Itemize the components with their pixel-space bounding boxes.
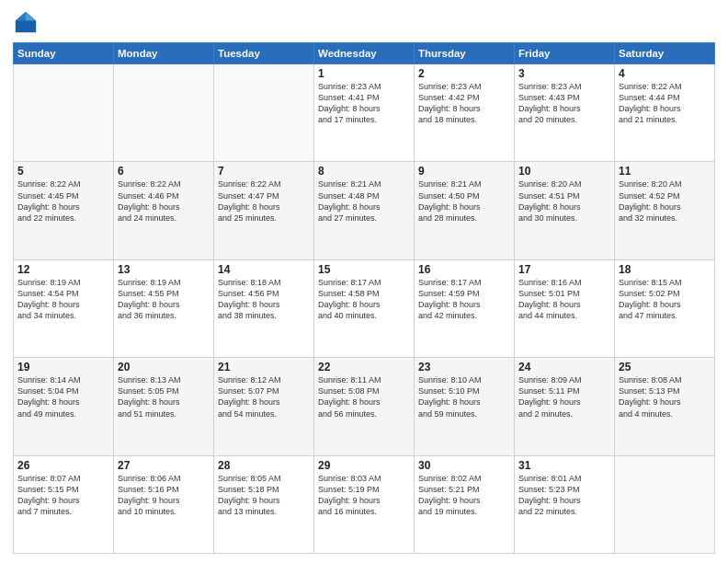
logo-icon bbox=[13, 9, 39, 35]
day-info: Sunrise: 8:22 AM Sunset: 4:45 PM Dayligh… bbox=[17, 178, 109, 224]
week-row-3: 12Sunrise: 8:19 AM Sunset: 4:54 PM Dayli… bbox=[14, 259, 715, 357]
svg-marker-1 bbox=[26, 12, 36, 21]
day-number: 6 bbox=[118, 165, 210, 178]
calendar-cell: 4Sunrise: 8:22 AM Sunset: 4:44 PM Daylig… bbox=[615, 64, 715, 162]
calendar-cell: 29Sunrise: 8:03 AM Sunset: 5:19 PM Dayli… bbox=[314, 455, 415, 553]
calendar-cell: 27Sunrise: 8:06 AM Sunset: 5:16 PM Dayli… bbox=[114, 455, 214, 553]
day-number: 2 bbox=[418, 67, 510, 80]
header bbox=[13, 9, 715, 35]
calendar-cell: 6Sunrise: 8:22 AM Sunset: 4:46 PM Daylig… bbox=[114, 162, 214, 259]
day-number: 30 bbox=[418, 459, 510, 472]
calendar-cell: 23Sunrise: 8:10 AM Sunset: 5:10 PM Dayli… bbox=[415, 358, 515, 455]
day-info: Sunrise: 8:10 AM Sunset: 5:10 PM Dayligh… bbox=[418, 374, 510, 419]
day-number: 7 bbox=[218, 165, 310, 178]
day-number: 24 bbox=[518, 361, 610, 373]
calendar-cell: 2Sunrise: 8:23 AM Sunset: 4:42 PM Daylig… bbox=[415, 64, 515, 162]
day-info: Sunrise: 8:22 AM Sunset: 4:47 PM Dayligh… bbox=[218, 178, 310, 224]
calendar-cell: 16Sunrise: 8:17 AM Sunset: 4:59 PM Dayli… bbox=[415, 259, 515, 357]
calendar-cell: 9Sunrise: 8:21 AM Sunset: 4:50 PM Daylig… bbox=[415, 162, 515, 259]
day-number: 10 bbox=[518, 165, 610, 178]
day-info: Sunrise: 8:11 AM Sunset: 5:08 PM Dayligh… bbox=[318, 374, 410, 419]
day-info: Sunrise: 8:17 AM Sunset: 4:59 PM Dayligh… bbox=[418, 277, 510, 322]
calendar-cell: 24Sunrise: 8:09 AM Sunset: 5:11 PM Dayli… bbox=[515, 358, 615, 455]
day-info: Sunrise: 8:21 AM Sunset: 4:50 PM Dayligh… bbox=[418, 178, 510, 224]
day-number: 25 bbox=[619, 361, 711, 373]
day-info: Sunrise: 8:19 AM Sunset: 4:54 PM Dayligh… bbox=[17, 277, 109, 322]
day-number: 18 bbox=[619, 263, 711, 276]
calendar-cell: 7Sunrise: 8:22 AM Sunset: 4:47 PM Daylig… bbox=[214, 162, 314, 259]
calendar-cell: 31Sunrise: 8:01 AM Sunset: 5:23 PM Dayli… bbox=[515, 455, 615, 553]
day-number: 29 bbox=[318, 459, 410, 472]
calendar-cell: 14Sunrise: 8:18 AM Sunset: 4:56 PM Dayli… bbox=[214, 259, 314, 357]
day-number: 11 bbox=[619, 165, 711, 178]
calendar-cell: 18Sunrise: 8:15 AM Sunset: 5:02 PM Dayli… bbox=[615, 259, 715, 357]
page: SundayMondayTuesdayWednesdayThursdayFrid… bbox=[0, 0, 728, 563]
week-row-1: 1Sunrise: 8:23 AM Sunset: 4:41 PM Daylig… bbox=[14, 64, 715, 162]
calendar-cell bbox=[14, 64, 114, 162]
day-number: 12 bbox=[17, 263, 109, 276]
day-number: 19 bbox=[17, 361, 109, 373]
calendar-table: SundayMondayTuesdayWednesdayThursdayFrid… bbox=[13, 42, 715, 554]
weekday-monday: Monday bbox=[114, 43, 214, 64]
day-number: 23 bbox=[418, 361, 510, 373]
day-info: Sunrise: 8:08 AM Sunset: 5:13 PM Dayligh… bbox=[619, 374, 711, 419]
weekday-sunday: Sunday bbox=[14, 43, 114, 64]
weekday-friday: Friday bbox=[515, 43, 615, 64]
calendar-cell: 5Sunrise: 8:22 AM Sunset: 4:45 PM Daylig… bbox=[14, 162, 114, 259]
svg-marker-2 bbox=[16, 12, 26, 21]
week-row-4: 19Sunrise: 8:14 AM Sunset: 5:04 PM Dayli… bbox=[14, 358, 715, 455]
day-number: 4 bbox=[619, 67, 711, 80]
day-info: Sunrise: 8:18 AM Sunset: 4:56 PM Dayligh… bbox=[218, 277, 310, 322]
calendar-cell: 30Sunrise: 8:02 AM Sunset: 5:21 PM Dayli… bbox=[415, 455, 515, 553]
calendar-cell: 12Sunrise: 8:19 AM Sunset: 4:54 PM Dayli… bbox=[14, 259, 114, 357]
day-info: Sunrise: 8:05 AM Sunset: 5:18 PM Dayligh… bbox=[218, 473, 310, 518]
week-row-2: 5Sunrise: 8:22 AM Sunset: 4:45 PM Daylig… bbox=[14, 162, 715, 259]
day-info: Sunrise: 8:23 AM Sunset: 4:41 PM Dayligh… bbox=[318, 81, 410, 126]
day-number: 27 bbox=[118, 459, 210, 472]
day-number: 28 bbox=[218, 459, 310, 472]
calendar-cell bbox=[214, 64, 314, 162]
day-number: 1 bbox=[318, 67, 410, 80]
day-info: Sunrise: 8:16 AM Sunset: 5:01 PM Dayligh… bbox=[518, 277, 610, 322]
day-number: 16 bbox=[418, 263, 510, 276]
day-number: 26 bbox=[17, 459, 109, 472]
day-info: Sunrise: 8:06 AM Sunset: 5:16 PM Dayligh… bbox=[118, 473, 210, 518]
calendar-cell: 11Sunrise: 8:20 AM Sunset: 4:52 PM Dayli… bbox=[615, 162, 715, 259]
day-info: Sunrise: 8:20 AM Sunset: 4:52 PM Dayligh… bbox=[619, 178, 711, 224]
day-number: 14 bbox=[218, 263, 310, 276]
calendar-cell bbox=[114, 64, 214, 162]
day-number: 9 bbox=[418, 165, 510, 178]
calendar-cell: 10Sunrise: 8:20 AM Sunset: 4:51 PM Dayli… bbox=[515, 162, 615, 259]
day-info: Sunrise: 8:02 AM Sunset: 5:21 PM Dayligh… bbox=[418, 473, 510, 518]
day-number: 15 bbox=[318, 263, 410, 276]
calendar-cell: 13Sunrise: 8:19 AM Sunset: 4:55 PM Dayli… bbox=[114, 259, 214, 357]
day-info: Sunrise: 8:14 AM Sunset: 5:04 PM Dayligh… bbox=[17, 374, 109, 419]
day-number: 21 bbox=[218, 361, 310, 373]
day-info: Sunrise: 8:20 AM Sunset: 4:51 PM Dayligh… bbox=[518, 178, 610, 224]
calendar-cell: 28Sunrise: 8:05 AM Sunset: 5:18 PM Dayli… bbox=[214, 455, 314, 553]
day-info: Sunrise: 8:22 AM Sunset: 4:46 PM Dayligh… bbox=[118, 178, 210, 224]
calendar-cell: 3Sunrise: 8:23 AM Sunset: 4:43 PM Daylig… bbox=[515, 64, 615, 162]
day-info: Sunrise: 8:15 AM Sunset: 5:02 PM Dayligh… bbox=[619, 277, 711, 322]
calendar-cell: 1Sunrise: 8:23 AM Sunset: 4:41 PM Daylig… bbox=[314, 64, 415, 162]
weekday-tuesday: Tuesday bbox=[214, 43, 314, 64]
weekday-thursday: Thursday bbox=[415, 43, 515, 64]
day-number: 22 bbox=[318, 361, 410, 373]
day-info: Sunrise: 8:23 AM Sunset: 4:43 PM Dayligh… bbox=[518, 81, 610, 126]
day-number: 5 bbox=[17, 165, 109, 178]
day-number: 3 bbox=[518, 67, 610, 80]
calendar-cell: 19Sunrise: 8:14 AM Sunset: 5:04 PM Dayli… bbox=[14, 358, 114, 455]
logo bbox=[13, 9, 42, 35]
day-number: 17 bbox=[518, 263, 610, 276]
day-number: 13 bbox=[118, 263, 210, 276]
day-info: Sunrise: 8:17 AM Sunset: 4:58 PM Dayligh… bbox=[318, 277, 410, 322]
week-row-5: 26Sunrise: 8:07 AM Sunset: 5:15 PM Dayli… bbox=[14, 455, 715, 553]
day-info: Sunrise: 8:07 AM Sunset: 5:15 PM Dayligh… bbox=[17, 473, 109, 518]
calendar-cell: 21Sunrise: 8:12 AM Sunset: 5:07 PM Dayli… bbox=[214, 358, 314, 455]
calendar-cell: 17Sunrise: 8:16 AM Sunset: 5:01 PM Dayli… bbox=[515, 259, 615, 357]
day-number: 8 bbox=[318, 165, 410, 178]
calendar-cell: 20Sunrise: 8:13 AM Sunset: 5:05 PM Dayli… bbox=[114, 358, 214, 455]
day-info: Sunrise: 8:19 AM Sunset: 4:55 PM Dayligh… bbox=[118, 277, 210, 322]
weekday-saturday: Saturday bbox=[615, 43, 715, 64]
weekday-wednesday: Wednesday bbox=[314, 43, 415, 64]
